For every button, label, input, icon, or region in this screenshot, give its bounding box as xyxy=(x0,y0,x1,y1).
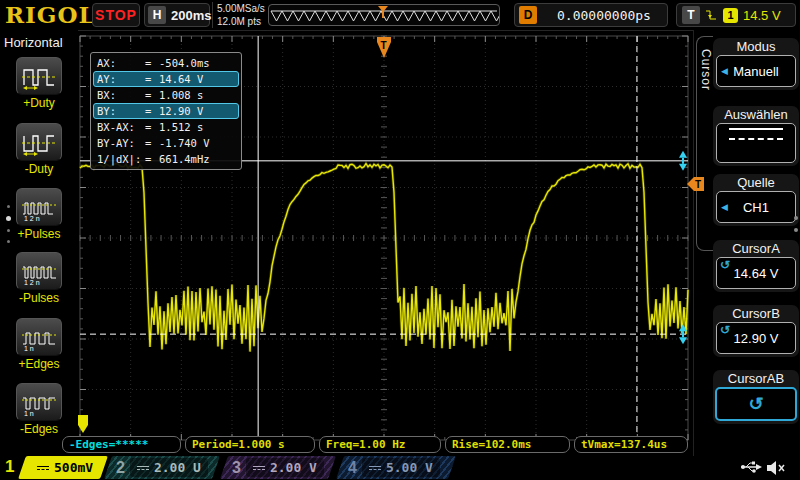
scope-display: T AX:=-504.0ms AY:=14.64 V BX:=1.008 s B… xyxy=(78,31,693,444)
minus-duty-icon xyxy=(22,127,56,157)
channel-status-bar: 1 500mV 2 2.00 U 3 2.00 V 4 5.00 V xyxy=(0,455,800,480)
svg-text:1 n: 1 n xyxy=(24,410,34,417)
plus-edges-icon: 1 n xyxy=(22,322,56,352)
cursor-row-by: BY:=12.90 V xyxy=(93,103,239,119)
trigger-delay-box[interactable]: D 0.00000000ps xyxy=(514,3,668,27)
knob-rotate-icon: ↺ xyxy=(720,258,730,272)
cursor-menu-tab: Cursor xyxy=(696,36,713,251)
rigol-logo: RIGOL xyxy=(5,1,96,28)
menu-group-auswaehlen: Auswählen xyxy=(713,106,799,166)
svg-text:1 n: 1 n xyxy=(24,345,34,352)
menu-group-quelle: Quelle ◀ CH1 xyxy=(713,174,799,226)
menu-scroll-dots xyxy=(794,208,800,240)
dc-coupling-icon xyxy=(253,464,265,472)
menu-button-minus-duty[interactable]: -Duty xyxy=(14,123,64,176)
falling-edge-icon xyxy=(705,8,718,23)
knob-rotate-icon: ↺ xyxy=(720,323,730,337)
channel-2-segment[interactable]: 2 2.00 U xyxy=(104,456,220,479)
channel-1-number: 1 xyxy=(5,457,14,477)
top-status-bar: RIGOL STOP H 200ms 5.00MSa/s 12.0M pts D… xyxy=(0,0,800,31)
oscilloscope-screen: RIGOL STOP H 200ms 5.00MSa/s 12.0M pts D… xyxy=(0,0,800,480)
plus-pulses-icon: 1 2 n xyxy=(22,192,56,222)
cursor-row-bx: BX:=1.008 s xyxy=(93,87,239,103)
measure-tvmax: tVmax=137.4us xyxy=(574,436,688,453)
menu-button-plus-duty[interactable]: +Duty xyxy=(14,57,64,110)
measure-edges: -Edges=***** xyxy=(62,436,181,453)
select-arrow-icon: ◀ xyxy=(721,66,728,76)
delay-key-icon: D xyxy=(519,6,537,24)
measure-freq: Freq=1.00 Hz xyxy=(319,436,441,453)
usb-icon xyxy=(740,459,762,475)
cursor-b-value-button[interactable]: ↺ 12.90 V xyxy=(716,322,796,354)
trigger-level-value: 14.5 V xyxy=(743,8,781,23)
dc-coupling-icon xyxy=(369,464,381,472)
quelle-select-button[interactable]: ◀ CH1 xyxy=(716,191,796,223)
line-select-button[interactable] xyxy=(716,123,796,163)
channel-4-segment[interactable]: 4 5.00 V xyxy=(336,456,456,479)
sample-rate: 5.00MSa/s xyxy=(217,2,271,15)
menu-button-minus-pulses[interactable]: 1 2 n -Pulses xyxy=(14,252,64,305)
trigger-source-badge: 1 xyxy=(723,8,738,23)
right-softkey-menu: Cursor Modus ◀ Manuell Auswählen Quelle … xyxy=(693,30,800,456)
minus-edges-icon: 1 n xyxy=(22,387,56,417)
channel-1-segment[interactable]: 500mV xyxy=(18,456,108,479)
solid-line-icon xyxy=(729,128,783,130)
minus-pulses-icon: 1 2 n xyxy=(22,256,56,286)
run-stop-indicator[interactable]: STOP xyxy=(92,3,140,27)
cursor-row-freq: 1/|dX|:=661.4mHz xyxy=(93,151,239,167)
cursor-measurement-panel: AX:=-504.0ms AY:=14.64 V BX:=1.008 s BY:… xyxy=(90,52,242,170)
svg-text:T: T xyxy=(381,40,387,51)
menu-group-cursor-ab: CursorAB ↺ xyxy=(713,370,799,424)
left-menu-title: Horizontal xyxy=(4,35,63,50)
run-state-label: STOP xyxy=(95,7,137,23)
cursor-row-ax: AX:=-504.0ms xyxy=(93,55,239,71)
delay-value: 0.00000000ps xyxy=(545,8,663,23)
dc-coupling-icon xyxy=(37,464,49,472)
svg-text:1 2 n: 1 2 n xyxy=(24,215,40,222)
cursor-ay-marker[interactable] xyxy=(679,151,687,158)
cursor-row-byay: BY-AY:=-1.740 V xyxy=(93,135,239,151)
memory-depth: 12.0M pts xyxy=(217,15,271,28)
cursor-by-marker[interactable] xyxy=(679,337,687,344)
menu-group-cursor-b: CursorB ↺ 12.90 V xyxy=(713,305,799,357)
svg-text:T: T xyxy=(695,179,701,190)
measure-rise: Rise=102.0ms xyxy=(445,436,570,453)
cursor-row-ay: AY:=14.64 V xyxy=(93,71,239,87)
menu-button-minus-edges[interactable]: 1 n -Edges xyxy=(14,383,64,436)
plus-duty-icon xyxy=(22,61,56,91)
horizontal-timebase-box[interactable]: H 200ms xyxy=(144,3,210,27)
measure-period: Period=1.000 s xyxy=(185,436,315,453)
menu-button-plus-pulses[interactable]: 1 2 n +Pulses xyxy=(14,188,64,241)
horizontal-key-icon: H xyxy=(148,6,166,24)
modus-select-button[interactable]: ◀ Manuell xyxy=(716,55,796,87)
acquisition-info: 5.00MSa/s 12.0M pts xyxy=(212,2,271,28)
trigger-key-icon: T xyxy=(682,6,700,24)
dashed-line-icon xyxy=(729,138,783,140)
timebase-value: 200ms xyxy=(171,8,211,23)
menu-group-cursor-a: CursorA ↺ 14.64 V xyxy=(713,240,799,292)
trigger-level-marker[interactable]: T xyxy=(687,176,705,192)
cursor-row-bxax: BX-AX:=1.512 s xyxy=(93,119,239,135)
menu-page-dots xyxy=(4,197,12,251)
dc-coupling-icon xyxy=(137,464,149,472)
select-arrow-icon: ◀ xyxy=(721,202,728,212)
left-softkey-menu: Horizontal +Duty -Duty 1 2 n xyxy=(0,30,78,456)
cursor-a-value-button[interactable]: ↺ 14.64 V xyxy=(716,257,796,289)
cursor-ab-button[interactable]: ↺ xyxy=(715,387,797,421)
trigger-status-box[interactable]: T 1 14.5 V xyxy=(676,3,796,27)
svg-text:1 2 n: 1 2 n xyxy=(24,279,40,286)
preview-waveform-icon xyxy=(269,5,499,25)
speaker-muted-icon xyxy=(766,459,786,477)
channel-3-segment[interactable]: 3 2.00 V xyxy=(220,456,336,479)
waveform-preview-strip[interactable] xyxy=(268,4,500,26)
knob-rotate-icon: ↺ xyxy=(748,393,763,415)
menu-group-modus: Modus ◀ Manuell xyxy=(713,38,799,90)
menu-button-plus-edges[interactable]: 1 n +Edges xyxy=(14,318,64,371)
